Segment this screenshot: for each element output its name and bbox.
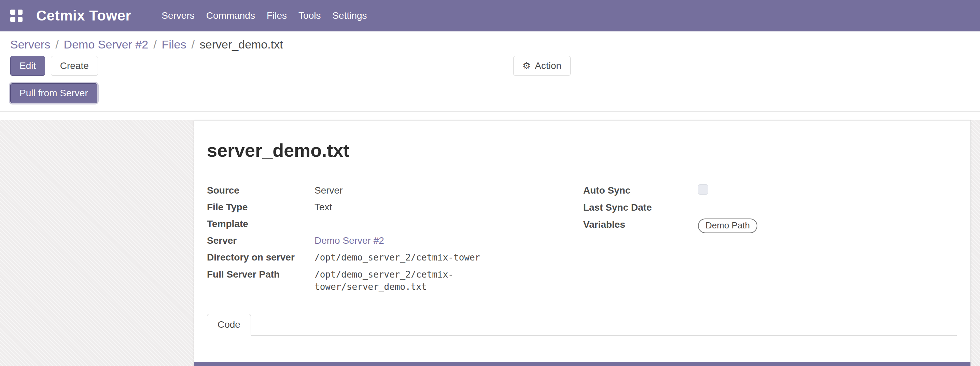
field-row-last-sync-date: Last Sync Date [583, 199, 957, 216]
breadcrumb-link-servers[interactable]: Servers [10, 38, 50, 51]
breadcrumb-separator: / [55, 38, 58, 51]
field-row-auto-sync: Auto Sync [583, 182, 957, 199]
tag-demo-path[interactable]: Demo Path [698, 218, 757, 233]
field-label-directory-on-server: Directory on server [207, 251, 315, 263]
field-value-full-server-path: /opt/demo_server_2/cetmix-tower/server_d… [315, 268, 565, 293]
nav-item-files[interactable]: Files [261, 0, 293, 32]
edit-button[interactable]: Edit [10, 56, 45, 76]
field-group-right: Auto SyncLast Sync DateVariablesDemo Pat… [583, 182, 957, 295]
field-value-server: Demo Server #2 [315, 235, 565, 247]
field-label-full-server-path: Full Server Path [207, 268, 315, 280]
field-label-last-sync-date: Last Sync Date [583, 201, 691, 213]
field-label-file-type: File Type [207, 201, 315, 213]
field-group-left: SourceServerFile TypeTextTemplateServerD… [207, 182, 565, 295]
field-row-file-type: File TypeText [207, 199, 565, 215]
code-editor-top-strip [194, 362, 970, 366]
breadcrumb-current: server_demo.txt [200, 38, 283, 51]
top-navbar: Cetmix Tower ServersCommandsFilesToolsSe… [0, 0, 980, 32]
field-groups: SourceServerFile TypeTextTemplateServerD… [207, 182, 957, 295]
field-link-server[interactable]: Demo Server #2 [315, 235, 384, 246]
auto-sync-checkbox[interactable] [698, 185, 708, 195]
field-label-auto-sync: Auto Sync [583, 185, 691, 196]
field-row-variables: VariablesDemo Path [583, 216, 957, 236]
button-row: Edit Create Action [10, 56, 970, 76]
field-row-template: Template [207, 215, 565, 232]
nav-menu: ServersCommandsFilesToolsSettings [156, 0, 372, 32]
control-panel: Servers/Demo Server #2/Files/server_demo… [0, 32, 980, 111]
content-area: server_demo.txt SourceServerFile TypeTex… [0, 120, 980, 366]
field-label-variables: Variables [583, 218, 691, 231]
nav-item-tools[interactable]: Tools [293, 0, 326, 32]
field-row-source: SourceServer [207, 182, 565, 199]
breadcrumb-link-files[interactable]: Files [162, 38, 186, 51]
field-row-server: ServerDemo Server #2 [207, 232, 565, 249]
field-path-full-server-path: /opt/demo_server_2/cetmix-tower/server_d… [315, 269, 453, 292]
nav-item-servers[interactable]: Servers [156, 0, 200, 32]
record-title: server_demo.txt [207, 140, 957, 161]
apps-grid-icon[interactable] [10, 10, 22, 22]
field-label-source: Source [207, 185, 315, 196]
field-value-file-type: Text [315, 201, 565, 213]
app-brand[interactable]: Cetmix Tower [36, 8, 131, 24]
tab-list: Code [207, 314, 957, 336]
create-button[interactable]: Create [51, 56, 98, 76]
object-buttons-row: Pull from Server [10, 83, 970, 111]
nav-item-commands[interactable]: Commands [200, 0, 261, 32]
field-value-source: Server [315, 185, 565, 196]
field-value-variables: Demo Path [691, 218, 957, 233]
action-button-label: Action [535, 60, 562, 72]
field-text-file-type: Text [315, 202, 332, 212]
field-path-directory-on-server: /opt/demo_server_2/cetmix-tower [315, 252, 480, 263]
pull-from-server-button[interactable]: Pull from Server [10, 83, 97, 103]
field-value-auto-sync [691, 185, 957, 197]
breadcrumb-link-demo-server-2[interactable]: Demo Server #2 [64, 38, 148, 51]
form-sheet: server_demo.txt SourceServerFile TypeTex… [194, 120, 971, 366]
nav-item-settings[interactable]: Settings [326, 0, 372, 32]
tab-code[interactable]: Code [207, 314, 251, 336]
field-text-source: Server [315, 185, 342, 196]
field-row-directory-on-server: Directory on server/opt/demo_server_2/ce… [207, 249, 565, 266]
field-value-last-sync-date [691, 201, 957, 214]
field-label-template: Template [207, 218, 315, 230]
breadcrumb: Servers/Demo Server #2/Files/server_demo… [10, 38, 970, 51]
field-row-full-server-path: Full Server Path/opt/demo_server_2/cetmi… [207, 266, 565, 295]
field-value-directory-on-server: /opt/demo_server_2/cetmix-tower [315, 251, 565, 264]
gear-icon [522, 60, 531, 72]
breadcrumb-separator: / [153, 38, 156, 51]
action-button[interactable]: Action [513, 56, 571, 76]
breadcrumb-separator: / [191, 38, 194, 51]
field-label-server: Server [207, 235, 315, 247]
